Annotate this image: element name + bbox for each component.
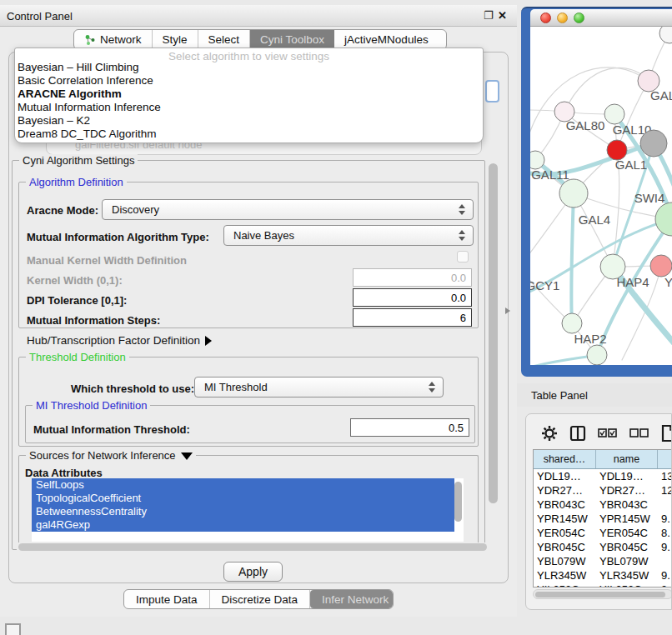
table-cell: [658, 554, 672, 568]
zoom-traffic-light-icon[interactable]: [574, 12, 584, 23]
columns-icon[interactable]: [569, 425, 586, 442]
tab-discretize-data[interactable]: Discretize Data: [210, 590, 311, 608]
settings-vscrollbar-thumb[interactable]: [489, 163, 498, 503]
hub-definition-toggle[interactable]: Hub/Transcription Factor Definition: [27, 334, 212, 347]
network-node[interactable]: [659, 27, 672, 43]
network-node-label: SWI4: [634, 191, 665, 205]
mi-threshold-label: Mutual Information Threshold:: [33, 423, 190, 436]
table-cell: YBL079W: [534, 554, 596, 568]
table-cell: YBR043C: [534, 498, 596, 512]
algorithm-option[interactable]: Bayesian – K2: [15, 114, 483, 128]
float-window-icon[interactable]: ❐: [484, 9, 494, 22]
deselect-all-checkboxes-icon[interactable]: [629, 428, 649, 438]
algorithm-dropdown[interactable]: Select algorithm to view settings Bayesi…: [14, 48, 484, 143]
dpi-tolerance-field[interactable]: 0.0: [353, 288, 472, 307]
aracne-mode-value: Discovery: [112, 203, 159, 216]
table-header-row: shared…nameA: [534, 450, 672, 469]
network-node[interactable]: [562, 313, 582, 333]
network-node-label: GAL4: [579, 212, 610, 227]
which-threshold-combo[interactable]: MI Threshold: [194, 377, 444, 398]
table-row[interactable]: YDL19…YDL19…13: [534, 469, 672, 483]
tab-cyni-toolbox[interactable]: Cyni Toolbox: [250, 30, 334, 49]
algorithm-option[interactable]: Mutual Information Inference: [15, 101, 483, 114]
data-attribute-item[interactable]: BetweennessCentrality: [32, 505, 454, 518]
network-edge[interactable]: [571, 193, 574, 323]
tab-label: Discretize Data: [222, 593, 298, 606]
table-row[interactable]: YLR345WYLR345W9.: [534, 568, 672, 582]
panel-divider-handle[interactable]: [505, 308, 510, 314]
aracne-mode-combo[interactable]: Discovery: [102, 199, 474, 220]
table-row[interactable]: YBR043CYBR043C: [534, 498, 672, 512]
tab-network[interactable]: Network: [74, 30, 153, 49]
table-hscrollbar-track[interactable]: [533, 589, 672, 599]
table-row[interactable]: YER054CYER054C8.: [534, 526, 672, 540]
table-hscrollbar-thumb[interactable]: [535, 592, 665, 598]
settings-group-title: Cyni Algorithm Settings: [19, 154, 138, 167]
network-window-titlebar[interactable]: [530, 9, 672, 27]
mi-threshold-definition-title: MI Threshold Definition: [33, 399, 150, 412]
network-canvas[interactable]: GALGAL80GAL10GAL1GAL11GAL4SWI4GCY1HAP4YH…: [530, 27, 672, 365]
table-cell: YPR145W: [596, 512, 658, 526]
algorithm-combo-placeholder: Select algorithm to view settings: [15, 48, 483, 61]
data-attribute-item[interactable]: TopologicalCoefficient: [32, 492, 454, 505]
control-panel-titlebar: [0, 5, 517, 27]
sources-group-title[interactable]: Sources for Network Inference: [26, 449, 196, 462]
network-node[interactable]: [655, 202, 672, 236]
mi-type-combo[interactable]: Naive Bayes: [223, 225, 474, 246]
algorithm-option[interactable]: Dream8 DC_TDC Algorithm: [15, 128, 483, 141]
mi-steps-field[interactable]: 6: [353, 308, 472, 327]
minimize-traffic-light-icon[interactable]: [557, 12, 568, 23]
table-row[interactable]: YBR045CYBR045C9.: [534, 540, 672, 554]
collapsed-arrow-icon: [205, 336, 212, 346]
gear-icon[interactable]: [541, 425, 558, 442]
kernel-width-label: Kernel Width (0,1):: [27, 274, 123, 287]
tab-infer-network[interactable]: Infer Network: [310, 590, 394, 608]
manual-kernel-checkbox[interactable]: [457, 251, 469, 262]
mi-threshold-field[interactable]: 0.5: [350, 418, 469, 437]
tab-label: Infer Network: [322, 593, 389, 606]
close-icon[interactable]: ✕: [498, 9, 507, 22]
spinner-icon: [459, 230, 465, 241]
table-column-header[interactable]: shared…: [534, 450, 596, 468]
tab-impute-data[interactable]: Impute Data: [124, 590, 210, 608]
network-node-label: GAL11: [531, 168, 569, 182]
select-all-checkboxes-icon[interactable]: [598, 428, 618, 438]
tab-jactivemnodules[interactable]: jActiveMNodules: [334, 30, 439, 49]
aracne-mode-label: Aracne Mode:: [27, 204, 98, 217]
data-attributes-label: Data Attributes: [25, 467, 103, 479]
tab-select[interactable]: Select: [198, 30, 251, 49]
table-panel: shared…nameA YDL19…YDL19…13YDR27…YDR27…1…: [525, 413, 672, 610]
table-column-header[interactable]: name: [596, 450, 658, 468]
apply-button[interactable]: Apply: [223, 562, 283, 582]
which-threshold-value: MI Threshold: [204, 381, 268, 393]
attributes-scrollbar-thumb[interactable]: [454, 482, 462, 522]
network-node[interactable]: [650, 255, 672, 277]
node-table[interactable]: shared…nameA YDL19…YDL19…13YDR27…YDR27…1…: [533, 449, 672, 588]
settings-hscrollbar-thumb[interactable]: [18, 543, 487, 551]
network-node[interactable]: [640, 130, 667, 157]
data-attribute-item[interactable]: gal4RGexp: [32, 518, 454, 532]
algorithm-option[interactable]: ARACNE Algorithm: [15, 88, 483, 101]
network-node[interactable]: [604, 104, 624, 124]
network-node[interactable]: [559, 179, 588, 208]
dock-panel-icon[interactable]: [5, 623, 21, 635]
table-row[interactable]: YPR145WYPR145W9.: [534, 512, 672, 526]
data-attributes-list[interactable]: SelfLoopsTopologicalCoefficientBetweenne…: [32, 478, 464, 542]
table-cell: YBL079W: [596, 554, 658, 568]
network-node[interactable]: [530, 151, 544, 169]
tab-style[interactable]: Style: [153, 30, 198, 49]
table-cell: [658, 498, 672, 512]
table-cell: YDL19…: [534, 469, 596, 483]
kernel-width-field[interactable]: 0.0: [353, 268, 472, 287]
table-row[interactable]: YDR27…YDR27…12: [534, 483, 672, 498]
close-traffic-light-icon[interactable]: [540, 12, 551, 23]
table-column-header[interactable]: A: [658, 450, 672, 468]
table-row[interactable]: YBL079WYBL079W: [534, 554, 672, 568]
table-row[interactable]: YIL052CYIL052C9.: [534, 582, 672, 588]
algorithm-option[interactable]: Basic Correlation Inference: [15, 74, 483, 88]
algorithm-option[interactable]: Bayesian – Hill Climbing: [15, 61, 483, 74]
network-node[interactable]: [587, 345, 607, 365]
export-table-icon[interactable]: [661, 424, 672, 442]
table-cell: YPR145W: [534, 512, 596, 526]
data-attribute-item[interactable]: SelfLoops: [32, 478, 454, 492]
